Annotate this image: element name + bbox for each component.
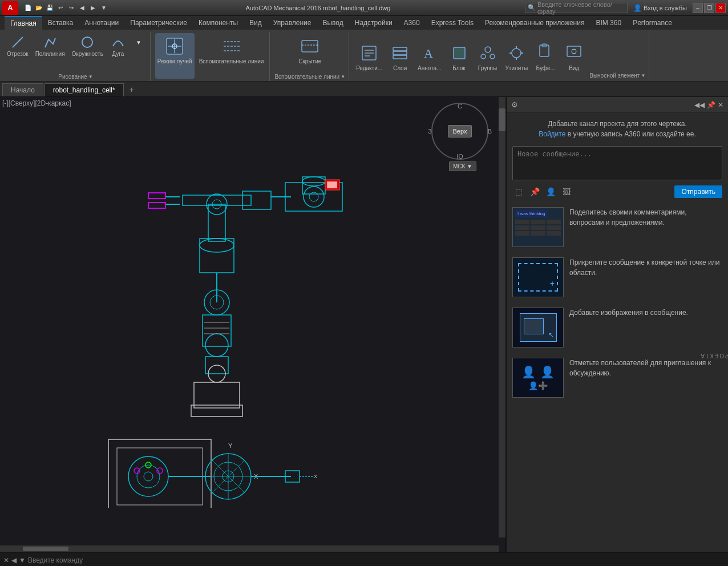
command-input[interactable] [28,556,725,564]
tab-view[interactable]: Вид [244,16,268,30]
tab-bim360[interactable]: BIM 360 [590,16,627,30]
tool-annot[interactable]: A Аннота... [415,40,443,74]
svg-rect-50 [327,181,337,188]
cmd-close-btn[interactable]: ✕ [3,556,9,564]
tool-polyline-label: Полилиния [35,51,65,57]
panel-pin-icon[interactable]: 📌 [707,101,715,109]
annotations-group-label[interactable]: Выносной элемент ▼ [589,72,645,79]
tool-select-btn[interactable]: ⬚ [512,185,525,198]
users-thumb: 👤 👤 👤➕ [518,362,558,394]
qa-redo[interactable]: ↪ [66,3,76,13]
tool-line-label: Отрезок [7,51,29,57]
tab-recommended[interactable]: Рекомендованные приложения [479,16,590,30]
groups-label: Группы [478,65,497,71]
autocad-logo[interactable]: A [2,1,18,15]
feature-text-image: Добавьте изображения в сообщение. [569,308,688,318]
tab-add[interactable]: + [125,83,139,96]
tool-layers[interactable]: Слои [387,40,413,74]
tool-buffer[interactable]: Буфе... [532,40,559,74]
tab-output[interactable]: Вывод [317,16,349,30]
qa-save[interactable]: 💾 [45,3,55,13]
horizontal-scrollbar[interactable] [0,545,499,552]
svg-rect-58 [194,382,240,408]
account-area[interactable]: 👤 Вход в службы [629,4,687,12]
svg-point-68 [134,468,140,474]
login-link[interactable]: Войдите [539,130,565,138]
minimize-button[interactable]: – [693,3,703,13]
qa-dropdown[interactable]: ▼ [99,3,109,13]
cmd-back-btn[interactable]: ◀ [11,556,17,564]
canvas-panel[interactable]: [-][Сверху][2D-каркас] [0,97,505,552]
panel-controls: ⚙ [511,100,518,109]
tab-parametric[interactable]: Параметрические [124,16,193,30]
tool-constlines[interactable]: Вспомогательные линии [197,33,266,79]
tab-home[interactable]: Главная [5,16,42,30]
svg-point-67 [144,472,153,481]
block-label: Блок [452,65,465,71]
qa-fwd[interactable]: ▶ [88,3,98,13]
tool-pin-btn[interactable]: 📌 [528,185,541,198]
svg-rect-54 [203,315,231,346]
cube-top-button[interactable]: Верх [448,125,472,138]
tool-line[interactable]: Отрезок [5,33,31,72]
tab-express[interactable]: Express Tools [426,16,479,30]
restore-button[interactable]: ❐ [704,3,714,13]
tool-draw-more[interactable]: ▼ [131,33,147,72]
tab-a360[interactable]: А360 [398,16,426,30]
send-button[interactable]: Отправить [674,185,722,198]
robot-arm-group [148,177,342,417]
panel-collapse-icon[interactable]: ◀◀ [694,101,705,109]
qa-open[interactable]: 📂 [34,3,44,13]
tab-components[interactable]: Компоненты [193,16,244,30]
side-panel-vertical-label: КАНАЛ ПРОЕКТА [699,353,728,359]
search-bar[interactable]: 🔍 Введите ключевое слово/фразу [525,3,628,13]
tab-performance[interactable]: Performance [627,16,678,30]
tool-circle[interactable]: Окружность [70,33,106,72]
svg-point-66 [137,465,160,488]
feature-thumb-mention: 👤 👤 👤➕ [512,358,564,398]
panel-gear-icon[interactable]: ⚙ [511,100,518,109]
qa-back[interactable]: ◀ [77,3,87,13]
tab-settings[interactable]: Надстройки [349,16,398,30]
dashed-box: + [518,263,558,292]
tool-edit[interactable]: Редакти... [354,40,385,74]
tool-user-btn[interactable]: 👤 [544,185,557,198]
qa-new[interactable]: 📄 [23,3,33,13]
cmd-dropdown-btn[interactable]: ▼ [19,556,26,564]
titlebar-left: A 📄 📂 💾 ↩ ↪ ◀ ▶ ▼ [0,1,111,15]
compass-north: С [458,103,462,110]
hide-group-label[interactable]: Вспомогательные линии ▼ [274,74,345,80]
tab-insert[interactable]: Вставка [42,16,79,30]
tab-robot[interactable]: robot_handling_cell* [45,83,124,96]
tool-raymode[interactable]: Режим лучей [155,33,195,79]
panel-close-icon[interactable]: ✕ [718,101,723,109]
account-label: Вход в службы [644,5,687,11]
hide-icon [299,35,321,57]
svg-rect-38 [242,191,271,209]
feature-thumb-share: I was thinking [512,207,564,247]
tool-block[interactable]: Блок [446,40,472,74]
tab-annotate[interactable]: Аннотации [79,16,124,30]
draw-group-label[interactable]: Рисование ▼ [58,74,92,80]
qa-undo[interactable]: ↩ [55,3,66,13]
close-button[interactable]: ✕ [715,3,726,13]
tool-arc[interactable]: Дуга [108,33,128,72]
tab-manage[interactable]: Управление [268,16,317,30]
annot-expand-icon: ▼ [641,73,645,78]
feature-card-pin: + Прикрепите сообщение к конкретной точк… [512,257,722,297]
tab-start[interactable]: Начало [2,83,43,96]
tool-utils[interactable]: Утилиты [503,40,531,74]
tool-view2[interactable]: Вид [561,40,587,74]
edit-label: Редакти... [356,65,382,71]
msk-badge[interactable]: МСК ▼ [431,162,494,170]
message-input[interactable] [512,146,722,180]
compass-west: З [428,128,432,135]
tool-polyline[interactable]: Полилиния [33,33,67,72]
tool-image-btn[interactable]: 🖼 [560,185,573,198]
tool-hide[interactable]: Скрытие [296,33,323,72]
vertical-scrollbar[interactable] [499,97,505,537]
tool-groups[interactable]: Группы [475,40,501,74]
svg-rect-30 [567,46,581,56]
groups-icon [477,42,499,64]
svg-rect-48 [302,177,325,194]
